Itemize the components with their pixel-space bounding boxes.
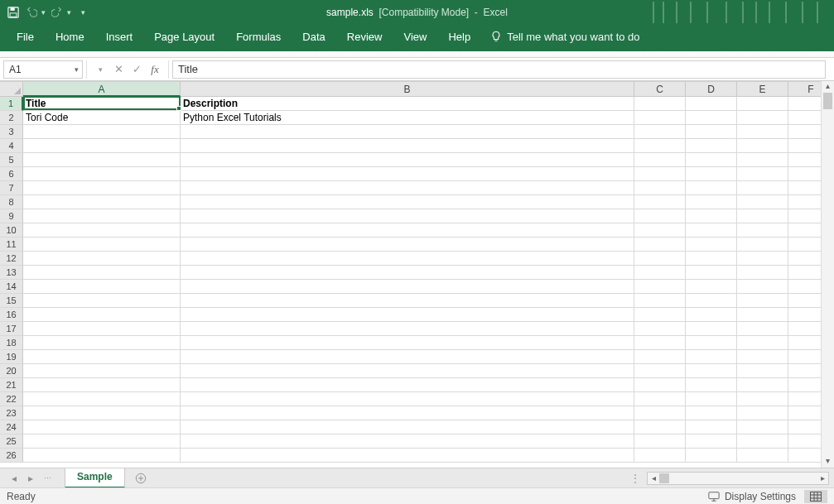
normal-view-button[interactable] — [804, 490, 827, 503]
tab-split-handle[interactable]: ⋮ — [630, 473, 647, 484]
cell-A17[interactable] — [23, 322, 181, 336]
cell-C1[interactable] — [634, 97, 686, 111]
cell-A4[interactable] — [23, 139, 181, 153]
cell-B2[interactable]: Python Excel Tutorials — [181, 111, 634, 125]
cell-B5[interactable] — [181, 153, 634, 167]
cell-E8[interactable] — [737, 195, 788, 209]
function-dropdown-icon[interactable]: ▾ — [92, 61, 108, 78]
row-header-26[interactable]: 26 — [0, 449, 23, 463]
cell-B7[interactable] — [181, 181, 634, 195]
prev-sheet-icon[interactable]: ◂ — [8, 473, 20, 484]
chevron-down-icon[interactable]: ▾ — [75, 65, 79, 74]
cell-D19[interactable] — [686, 350, 737, 364]
formula-input[interactable]: Title — [172, 60, 826, 79]
cell-A15[interactable] — [23, 294, 181, 308]
scroll-up-icon[interactable]: ▴ — [822, 81, 834, 93]
enter-icon[interactable]: ✓ — [128, 61, 145, 78]
tab-nav-more-icon[interactable]: ⋯ — [41, 474, 53, 482]
cell-C24[interactable] — [634, 420, 686, 434]
scroll-right-icon[interactable]: ▸ — [817, 473, 828, 482]
cell-B3[interactable] — [181, 125, 634, 139]
cell-C26[interactable] — [634, 449, 686, 463]
cell-D8[interactable] — [686, 195, 737, 209]
tab-insert[interactable]: Insert — [104, 27, 135, 46]
cell-E13[interactable] — [737, 266, 788, 280]
cell-C25[interactable] — [634, 434, 686, 449]
cell-E6[interactable] — [737, 167, 788, 181]
cell-E19[interactable] — [737, 350, 788, 364]
cell-C14[interactable] — [634, 280, 686, 294]
cell-C7[interactable] — [634, 181, 686, 195]
scroll-down-icon[interactable]: ▾ — [822, 456, 834, 468]
cell-E21[interactable] — [737, 378, 788, 392]
cell-D2[interactable] — [686, 111, 737, 125]
tab-file[interactable]: File — [15, 27, 36, 46]
cell-A23[interactable] — [23, 406, 181, 420]
cell-D10[interactable] — [686, 223, 737, 238]
column-header-B[interactable]: B — [181, 82, 634, 97]
cell-D16[interactable] — [686, 308, 737, 322]
row-header-19[interactable]: 19 — [0, 350, 23, 364]
row-header-20[interactable]: 20 — [0, 364, 23, 378]
cell-B20[interactable] — [181, 364, 634, 378]
undo-icon[interactable] — [25, 6, 38, 19]
cell-D13[interactable] — [686, 266, 737, 280]
row-header-9[interactable]: 9 — [0, 209, 23, 223]
cell-D3[interactable] — [686, 125, 737, 139]
row-header-5[interactable]: 5 — [0, 153, 23, 167]
cell-D24[interactable] — [686, 420, 737, 434]
cell-E9[interactable] — [737, 209, 788, 223]
cell-C17[interactable] — [634, 322, 686, 336]
cell-D6[interactable] — [686, 167, 737, 181]
cell-B13[interactable] — [181, 266, 634, 280]
column-header-C[interactable]: C — [634, 82, 686, 97]
cell-E24[interactable] — [737, 420, 788, 434]
cell-A9[interactable] — [23, 209, 181, 223]
cell-E3[interactable] — [737, 125, 788, 139]
row-header-25[interactable]: 25 — [0, 434, 23, 449]
cell-A21[interactable] — [23, 378, 181, 392]
cell-B14[interactable] — [181, 280, 634, 294]
cell-B19[interactable] — [181, 350, 634, 364]
cell-B21[interactable] — [181, 378, 634, 392]
cell-C18[interactable] — [634, 336, 686, 350]
cell-C19[interactable] — [634, 350, 686, 364]
cell-B17[interactable] — [181, 322, 634, 336]
cell-E7[interactable] — [737, 181, 788, 195]
row-header-12[interactable]: 12 — [0, 252, 23, 266]
cell-B15[interactable] — [181, 294, 634, 308]
cell-C10[interactable] — [634, 223, 686, 238]
sheet-tab-sample[interactable]: Sample — [65, 468, 125, 488]
cell-E23[interactable] — [737, 406, 788, 420]
cell-D22[interactable] — [686, 392, 737, 406]
cell-A5[interactable] — [23, 153, 181, 167]
cell-D12[interactable] — [686, 252, 737, 266]
row-header-7[interactable]: 7 — [0, 181, 23, 195]
row-header-18[interactable]: 18 — [0, 336, 23, 350]
new-sheet-button[interactable] — [132, 469, 150, 487]
column-header-A[interactable]: A — [23, 82, 181, 97]
row-header-8[interactable]: 8 — [0, 195, 23, 209]
cell-A12[interactable] — [23, 252, 181, 266]
cell-B9[interactable] — [181, 209, 634, 223]
cell-E11[interactable] — [737, 238, 788, 252]
row-header-3[interactable]: 3 — [0, 125, 23, 139]
cell-D4[interactable] — [686, 139, 737, 153]
cell-C16[interactable] — [634, 308, 686, 322]
row-header-13[interactable]: 13 — [0, 266, 23, 280]
select-all-corner[interactable] — [0, 82, 23, 97]
cell-B25[interactable] — [181, 434, 634, 449]
cell-C21[interactable] — [634, 378, 686, 392]
row-header-16[interactable]: 16 — [0, 308, 23, 322]
row-header-24[interactable]: 24 — [0, 420, 23, 434]
cell-A6[interactable] — [23, 167, 181, 181]
cell-E18[interactable] — [737, 336, 788, 350]
cell-E15[interactable] — [737, 294, 788, 308]
row-header-4[interactable]: 4 — [0, 139, 23, 153]
cell-C3[interactable] — [634, 125, 686, 139]
cell-C6[interactable] — [634, 167, 686, 181]
cell-D7[interactable] — [686, 181, 737, 195]
cell-A7[interactable] — [23, 181, 181, 195]
cell-B26[interactable] — [181, 449, 634, 463]
cell-B12[interactable] — [181, 252, 634, 266]
